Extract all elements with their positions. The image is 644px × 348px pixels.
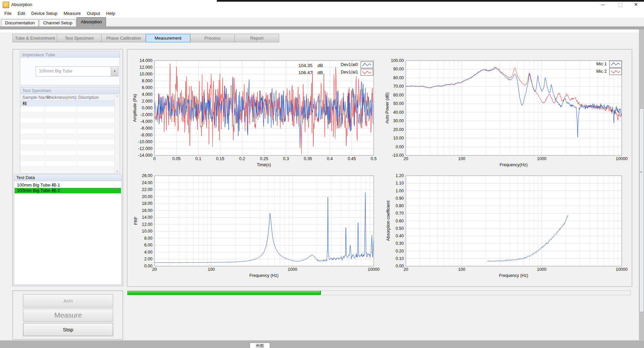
window-title: Absorption xyxy=(11,2,32,7)
tab-documentation[interactable]: Documentation xyxy=(1,19,39,26)
panel-collapse-handle[interactable]: < xyxy=(639,108,644,312)
sub-tab-process[interactable]: Process xyxy=(190,34,235,42)
svg-text:FRF: FRF xyxy=(133,216,138,225)
svg-text:100: 100 xyxy=(458,267,465,272)
menu-item-measure[interactable]: Measure xyxy=(61,9,84,18)
svg-text:Frequency(Hz): Frequency(Hz) xyxy=(500,162,528,167)
sub-tab-test-specimen[interactable]: Test Specimen xyxy=(57,34,102,42)
svg-text:10.00: 10.00 xyxy=(142,229,152,234)
maximize-icon xyxy=(618,3,622,7)
table-row-empty[interactable] xyxy=(20,133,115,139)
chevron-down-icon[interactable]: ▼ xyxy=(111,67,118,76)
sub-tab-tube-environment[interactable]: Tube & Environment xyxy=(13,34,57,42)
test-data-item[interactable]: 100mm Big Tube-棉-1 xyxy=(15,182,121,188)
test-specimen-table[interactable]: Sample NameThickness(mm)Discription棉▲▼ xyxy=(20,94,120,173)
svg-text:18.00: 18.00 xyxy=(142,201,152,206)
svg-text:dB: dB xyxy=(317,63,323,68)
svg-text:0.80: 0.80 xyxy=(396,203,404,208)
table-scrollbar[interactable]: ▲▼ xyxy=(115,94,120,173)
svg-text:0.10: 0.10 xyxy=(396,256,404,261)
frf-chart: 0.002.004.006.008.0010.0012.0014.0016.00… xyxy=(133,173,379,278)
svg-text:10000: 10000 xyxy=(616,267,628,272)
sub-tab-measurement[interactable]: Measurement xyxy=(146,34,190,42)
autopower-chart: -10.000.0010.0020.0030.0040.0050.0060.00… xyxy=(385,58,627,167)
menu-item-file[interactable]: File xyxy=(1,9,15,18)
table-row-empty[interactable] xyxy=(20,128,115,134)
svg-text:8.000: 8.000 xyxy=(142,79,152,83)
background-window-edge xyxy=(217,0,644,2)
table-row-empty[interactable] xyxy=(20,166,115,172)
column-header-thickness-mm: Thickness(mm) xyxy=(46,94,77,101)
table-row-empty[interactable] xyxy=(20,112,115,117)
table-row-empty[interactable] xyxy=(20,155,115,161)
sub-tab-phase-calibration[interactable]: Phase Calibration xyxy=(101,34,146,42)
menu-bar: FileEditDevice SetupMeasureOutputHelp xyxy=(0,9,644,18)
svg-text:10000: 10000 xyxy=(616,156,628,161)
stop-button[interactable]: Stop xyxy=(23,323,113,336)
svg-text:-10.00: -10.00 xyxy=(392,153,404,158)
tab-absorption[interactable]: Absorption xyxy=(77,17,106,26)
menu-item-edit[interactable]: Edit xyxy=(15,9,28,18)
tube-dropdown-value: 100mm Big Tube xyxy=(39,68,72,73)
svg-text:30.00: 30.00 xyxy=(393,118,404,123)
measure-button[interactable]: Measure xyxy=(23,309,113,322)
svg-text:50.00: 50.00 xyxy=(393,101,404,106)
menu-item-output[interactable]: Output xyxy=(84,9,103,18)
table-row-empty[interactable] xyxy=(20,139,115,145)
svg-text:20.00: 20.00 xyxy=(393,127,404,132)
charts: -14.000-12.000-10.000-8.000-6.000-4.000-… xyxy=(127,49,632,286)
test-specimen-header: Test Specimen xyxy=(20,87,120,94)
table-row-empty[interactable] xyxy=(20,123,115,128)
svg-text:0.40: 0.40 xyxy=(396,234,404,238)
svg-text:Time(s): Time(s) xyxy=(257,162,271,167)
svg-text:Amplitude (Pa): Amplitude (Pa) xyxy=(132,94,137,122)
sub-tab-report[interactable]: Report xyxy=(234,34,279,42)
svg-text:0.05: 0.05 xyxy=(172,156,181,161)
table-row-empty[interactable] xyxy=(20,150,115,155)
svg-text:0.70: 0.70 xyxy=(396,211,404,216)
table-row-empty[interactable] xyxy=(20,106,115,112)
table-row[interactable]: 棉 xyxy=(20,101,115,107)
background-paint-window[interactable]: 画图 xyxy=(250,343,270,348)
svg-text:100.00: 100.00 xyxy=(391,58,404,63)
progress-bar xyxy=(127,290,631,295)
taskbar-strip xyxy=(0,341,644,348)
impedance-tube-body: 100mm Big Tube ▼ xyxy=(20,58,120,85)
svg-text:80.00: 80.00 xyxy=(393,75,404,80)
svg-text:Mic 1: Mic 1 xyxy=(596,61,607,66)
svg-text:10000: 10000 xyxy=(368,267,380,272)
menu-item-device-setup[interactable]: Device Setup xyxy=(28,9,60,18)
table-row-empty[interactable] xyxy=(20,117,115,123)
menu-item-help[interactable]: Help xyxy=(103,9,118,18)
tube-dropdown[interactable]: 100mm Big Tube ▼ xyxy=(36,66,119,77)
table-row-empty[interactable] xyxy=(20,144,115,150)
svg-text:2.00: 2.00 xyxy=(144,257,152,261)
scroll-up-icon[interactable]: ▲ xyxy=(115,95,120,97)
time-chart: -14.000-12.000-10.000-8.000-6.000-4.000-… xyxy=(132,58,377,167)
tab-channel-setup[interactable]: Channel Setup xyxy=(39,19,76,26)
close-icon: ✕ xyxy=(634,2,638,7)
svg-text:40.00: 40.00 xyxy=(393,110,404,115)
table-row-empty[interactable] xyxy=(20,160,115,166)
impedance-tube-header: Impendace Tube xyxy=(20,51,120,58)
svg-text:Absorption coefficient: Absorption coefficient xyxy=(386,200,391,241)
svg-text:20: 20 xyxy=(403,156,408,161)
svg-text:24.00: 24.00 xyxy=(142,180,152,185)
svg-text:0.90: 0.90 xyxy=(396,196,404,201)
svg-text:0.15: 0.15 xyxy=(216,156,224,161)
svg-text:Dev1/ai0: Dev1/ai0 xyxy=(341,62,358,67)
arm-button[interactable]: Arm xyxy=(23,294,113,307)
sub-tab-bar: Tube & EnvironmentTest SpecimenPhase Cal… xyxy=(13,34,279,42)
table-header-row: Sample NameThickness(mm)Discription xyxy=(20,94,115,101)
svg-text:0.30: 0.30 xyxy=(396,241,404,246)
scroll-down-icon[interactable]: ▼ xyxy=(115,170,120,172)
sample-name-cell: 棉 xyxy=(22,101,27,106)
svg-text:6.00: 6.00 xyxy=(144,243,152,247)
chevron-left-icon: < xyxy=(640,170,642,174)
svg-text:0.60: 0.60 xyxy=(396,219,404,223)
test-data-list[interactable]: 100mm Big Tube-棉-1100mm Big Tube-棉-2 xyxy=(14,181,122,285)
svg-text:-14.000: -14.000 xyxy=(138,153,152,158)
svg-text:0.00: 0.00 xyxy=(396,264,404,268)
test-data-item-selected[interactable]: 100mm Big Tube-棉-2 xyxy=(15,188,121,193)
legend-line-icon xyxy=(609,61,622,67)
